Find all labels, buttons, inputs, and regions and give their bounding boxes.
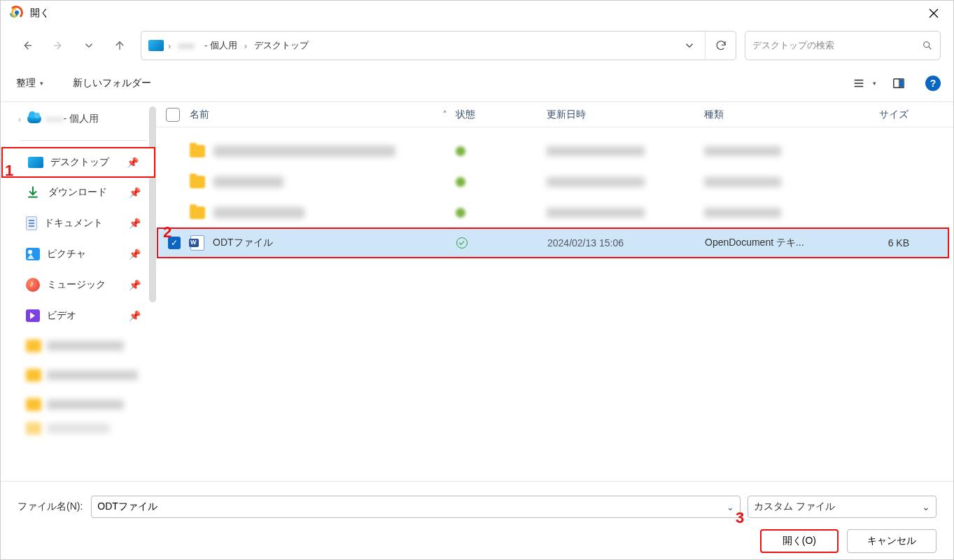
- file-type: OpenDocument テキ...: [705, 237, 838, 249]
- sidebar-item-pictures[interactable]: ピクチャ 📌: [1, 239, 156, 270]
- close-button[interactable]: [918, 1, 949, 26]
- file-row-odt[interactable]: ✓ ODTファイル 2024/02/13 15:06 OpenDocument …: [157, 227, 949, 258]
- folder-icon: [190, 206, 205, 219]
- title-bar: 開く: [1, 1, 953, 26]
- breadcrumb-separator: ›: [168, 41, 171, 51]
- new-folder-button[interactable]: 新しいフォルダー: [70, 74, 154, 92]
- chevron-down-icon[interactable]: ▾: [873, 80, 876, 87]
- history-dropdown-button[interactable]: [75, 31, 103, 59]
- up-button[interactable]: [106, 31, 134, 59]
- navigation-row: › ■■■ - 個人用 › デスクトップ デスクトップの検索: [1, 26, 953, 65]
- sidebar-item-desktop[interactable]: デスクトップ 📌: [1, 147, 155, 178]
- pin-icon[interactable]: 📌: [129, 310, 141, 321]
- column-header-state[interactable]: 状態: [456, 108, 547, 121]
- this-pc-icon: [148, 40, 164, 51]
- picture-icon: [26, 248, 40, 260]
- breadcrumb-root[interactable]: ■■■: [175, 39, 197, 52]
- filetype-dropdown[interactable]: カスタム ファイル ⌄: [748, 496, 937, 518]
- sidebar-item-redacted[interactable]: [1, 360, 156, 390]
- cloud-icon: [27, 115, 41, 123]
- dialog-title: 開く: [30, 7, 50, 20]
- main-area: › ■■■ - 個人用 デスクトップ 📌 ダウンロード 📌 ドキュメント 📌: [1, 102, 953, 481]
- column-header-date[interactable]: 更新日時: [547, 108, 704, 121]
- view-mode-button[interactable]: [846, 71, 871, 96]
- chevron-down-icon[interactable]: ⌄: [727, 502, 734, 512]
- expand-icon[interactable]: ›: [15, 115, 24, 123]
- address-bar[interactable]: › ■■■ - 個人用 › デスクトップ: [141, 31, 736, 60]
- arrow-right-icon: [52, 39, 64, 52]
- file-name: ODTファイル: [213, 237, 273, 249]
- search-input[interactable]: デスクトップの検索: [745, 31, 941, 60]
- sidebar-item-documents[interactable]: ドキュメント 📌: [1, 208, 156, 239]
- download-icon: [26, 185, 41, 200]
- column-header-type[interactable]: 種類: [704, 108, 837, 121]
- svg-line-6: [929, 47, 932, 50]
- odt-file-icon: [190, 235, 204, 251]
- sidebar-item-music[interactable]: ミュージック 📌: [1, 270, 156, 300]
- pin-icon[interactable]: 📌: [129, 279, 141, 290]
- file-size: 6 KB: [838, 237, 922, 248]
- toolbar: 整理▾ 新しいフォルダー ▾ ?: [1, 65, 953, 102]
- chevron-down-icon: [683, 39, 696, 52]
- file-date: 2024/02/13 15:06: [547, 237, 705, 248]
- column-header-size[interactable]: サイズ: [837, 108, 921, 121]
- sidebar-item-downloads[interactable]: ダウンロード 📌: [1, 177, 156, 208]
- row-checkbox[interactable]: ✓: [168, 237, 181, 249]
- music-icon: [26, 278, 40, 292]
- pin-icon[interactable]: 📌: [129, 248, 141, 260]
- pin-icon[interactable]: 📌: [127, 157, 139, 168]
- desktop-icon: [28, 157, 43, 168]
- preview-pane-button[interactable]: [886, 71, 911, 96]
- file-row-redacted[interactable]: [156, 136, 953, 167]
- file-list-area: 名前 ˄ 状態 更新日時 種類 サイズ: [156, 102, 953, 481]
- sidebar-onedrive[interactable]: › ■■■ - 個人用: [1, 108, 156, 130]
- select-all-checkbox[interactable]: [166, 108, 180, 122]
- column-header-name[interactable]: 名前 ˄: [190, 108, 456, 121]
- sync-status-icon: [456, 146, 465, 156]
- preview-pane-icon: [892, 77, 905, 90]
- sidebar-divider: [20, 140, 146, 141]
- sync-status-icon: [456, 208, 465, 218]
- refresh-icon: [715, 39, 727, 52]
- bottom-panel: ファイル名(N): ODTファイル ⌄ カスタム ファイル ⌄ 開く(O) キャ…: [1, 481, 953, 559]
- sync-ok-icon: [456, 237, 468, 248]
- sidebar: › ■■■ - 個人用 デスクトップ 📌 ダウンロード 📌 ドキュメント 📌: [1, 102, 156, 481]
- arrow-left-icon: [21, 39, 34, 52]
- filename-input[interactable]: ODTファイル ⌄: [91, 496, 741, 518]
- refresh-button[interactable]: [705, 31, 736, 59]
- chevron-down-icon: ⌄: [922, 501, 930, 512]
- sidebar-item-redacted[interactable]: [1, 331, 156, 360]
- chevron-down-icon: [83, 39, 95, 52]
- arrow-up-icon: [113, 39, 126, 52]
- filename-label: ファイル名(N):: [17, 500, 83, 513]
- file-row-redacted[interactable]: [156, 197, 953, 228]
- breadcrumb-separator: ›: [244, 41, 247, 51]
- organize-button[interactable]: 整理▾: [13, 74, 46, 92]
- svg-rect-12: [900, 80, 904, 88]
- sync-status-icon: [456, 177, 465, 187]
- breadcrumb-item-2[interactable]: デスクトップ: [251, 38, 311, 53]
- open-file-dialog: 1 2 3 開く › ■■■ - 個人用 › デスクトップ: [0, 0, 954, 560]
- help-icon: ?: [930, 78, 937, 89]
- forward-button[interactable]: [44, 31, 72, 59]
- sidebar-item-redacted[interactable]: [1, 390, 156, 419]
- video-icon: [26, 309, 40, 322]
- address-dropdown-button[interactable]: [674, 31, 705, 59]
- help-button[interactable]: ?: [925, 76, 941, 91]
- document-icon: [26, 216, 37, 230]
- sort-asc-icon: ˄: [440, 109, 449, 120]
- open-button[interactable]: 開く(O): [760, 529, 839, 553]
- folder-icon: [190, 176, 205, 188]
- search-icon: [922, 40, 933, 51]
- sidebar-item-videos[interactable]: ビデオ 📌: [1, 300, 156, 331]
- back-button[interactable]: [13, 31, 41, 59]
- sidebar-item-redacted[interactable]: [1, 419, 156, 438]
- svg-point-5: [924, 42, 930, 48]
- pin-icon[interactable]: 📌: [129, 187, 141, 198]
- breadcrumb-item-1[interactable]: - 個人用: [202, 38, 240, 53]
- cancel-button[interactable]: キャンセル: [847, 529, 937, 553]
- file-row-redacted[interactable]: [156, 167, 953, 197]
- chevron-down-icon: ▾: [40, 80, 43, 87]
- app-icon: [9, 6, 24, 21]
- pin-icon[interactable]: 📌: [129, 218, 141, 229]
